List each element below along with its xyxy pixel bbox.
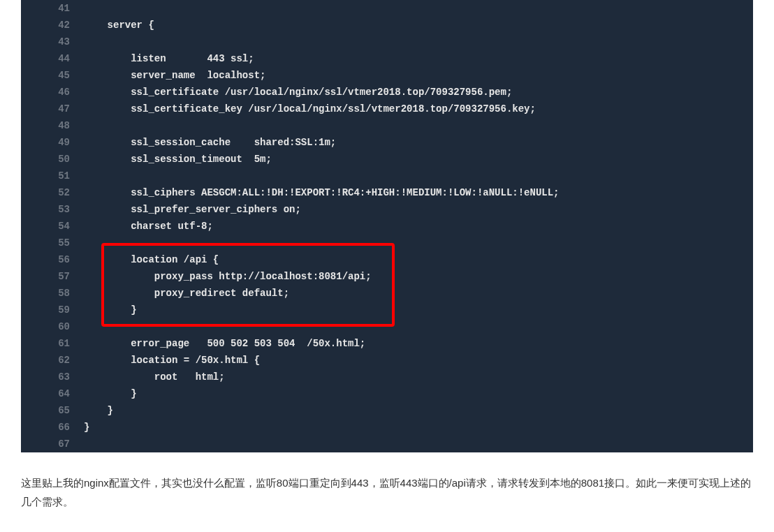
code-row: 41 bbox=[21, 0, 753, 17]
code-line-content: } bbox=[84, 419, 753, 436]
code-row: 59 } bbox=[21, 302, 753, 318]
line-number: 59 bbox=[21, 302, 84, 318]
line-number: 45 bbox=[21, 67, 84, 84]
line-number: 60 bbox=[21, 318, 84, 335]
code-line-content bbox=[84, 168, 753, 184]
line-number: 41 bbox=[21, 0, 84, 17]
code-line-content: } bbox=[84, 302, 753, 318]
code-line-content bbox=[84, 34, 753, 50]
code-line-content: ssl_prefer_server_ciphers on; bbox=[84, 201, 753, 218]
code-line-content: proxy_pass http://localhost:8081/api; bbox=[84, 268, 753, 285]
code-line-content: } bbox=[84, 402, 753, 419]
code-row: 56 location /api { bbox=[21, 251, 753, 268]
code-line-content: ssl_session_timeout 5m; bbox=[84, 151, 753, 168]
line-number: 44 bbox=[21, 50, 84, 67]
code-row: 50 ssl_session_timeout 5m; bbox=[21, 151, 753, 168]
code-line-content: ssl_ciphers AESGCM:ALL:!DH:!EXPORT:!RC4:… bbox=[84, 184, 753, 201]
code-line-content: ssl_session_cache shared:SSL:1m; bbox=[84, 134, 753, 151]
code-row: 43 bbox=[21, 34, 753, 50]
line-number: 52 bbox=[21, 184, 84, 201]
line-number: 62 bbox=[21, 352, 84, 369]
code-row: 49 ssl_session_cache shared:SSL:1m; bbox=[21, 134, 753, 151]
code-line-content: location = /50x.html { bbox=[84, 352, 753, 369]
line-number: 53 bbox=[21, 201, 84, 218]
code-line-content: proxy_redirect default; bbox=[84, 285, 753, 302]
line-number: 46 bbox=[21, 84, 84, 101]
code-line-content: charset utf-8; bbox=[84, 218, 753, 235]
line-number: 54 bbox=[21, 218, 84, 235]
code-row: 54 charset utf-8; bbox=[21, 218, 753, 235]
code-line-content bbox=[84, 117, 753, 134]
code-line-content bbox=[84, 318, 753, 335]
code-row: 47 ssl_certificate_key /usr/local/nginx/… bbox=[21, 101, 753, 117]
code-line-content: } bbox=[84, 385, 753, 402]
code-row: 65 } bbox=[21, 402, 753, 419]
code-line-content: ssl_certificate /usr/local/nginx/ssl/vtm… bbox=[84, 84, 753, 101]
code-row: 52 ssl_ciphers AESGCM:ALL:!DH:!EXPORT:!R… bbox=[21, 184, 753, 201]
description-paragraph: 这里贴上我的nginx配置文件，其实也没什么配置，监听80端口重定向到443，监… bbox=[21, 473, 753, 511]
code-line-content: location /api { bbox=[84, 251, 753, 268]
code-row: 66} bbox=[21, 419, 753, 436]
line-number: 67 bbox=[21, 436, 84, 452]
code-row: 44 listen 443 ssl; bbox=[21, 50, 753, 67]
code-row: 67 bbox=[21, 436, 753, 452]
line-number: 55 bbox=[21, 235, 84, 251]
code-row: 48 bbox=[21, 117, 753, 134]
code-row: 61 error_page 500 502 503 504 /50x.html; bbox=[21, 335, 753, 352]
line-number: 56 bbox=[21, 251, 84, 268]
code-line-content bbox=[84, 235, 753, 251]
code-row: 42 server { bbox=[21, 17, 753, 34]
code-block: 4142 server {4344 listen 443 ssl;45 serv… bbox=[21, 0, 753, 452]
code-line-content bbox=[84, 436, 753, 452]
line-number: 57 bbox=[21, 268, 84, 285]
code-row: 62 location = /50x.html { bbox=[21, 352, 753, 369]
code-line-content bbox=[84, 0, 753, 17]
code-line-content: ssl_certificate_key /usr/local/nginx/ssl… bbox=[84, 101, 753, 117]
code-row: 60 bbox=[21, 318, 753, 335]
line-number: 50 bbox=[21, 151, 84, 168]
code-row: 55 bbox=[21, 235, 753, 251]
code-row: 57 proxy_pass http://localhost:8081/api; bbox=[21, 268, 753, 285]
code-line-content: server_name localhost; bbox=[84, 67, 753, 84]
line-number: 47 bbox=[21, 101, 84, 117]
line-number: 58 bbox=[21, 285, 84, 302]
line-number: 63 bbox=[21, 369, 84, 385]
code-row: 45 server_name localhost; bbox=[21, 67, 753, 84]
line-number: 49 bbox=[21, 134, 84, 151]
line-number: 51 bbox=[21, 168, 84, 184]
code-line-content: listen 443 ssl; bbox=[84, 50, 753, 67]
code-row: 53 ssl_prefer_server_ciphers on; bbox=[21, 201, 753, 218]
code-line-content: server { bbox=[84, 17, 753, 34]
line-number: 65 bbox=[21, 402, 84, 419]
line-number: 64 bbox=[21, 385, 84, 402]
code-line-content: root html; bbox=[84, 369, 753, 385]
line-number: 61 bbox=[21, 335, 84, 352]
code-row: 51 bbox=[21, 168, 753, 184]
code-row: 63 root html; bbox=[21, 369, 753, 385]
line-number: 48 bbox=[21, 117, 84, 134]
line-number: 42 bbox=[21, 17, 84, 34]
line-number: 43 bbox=[21, 34, 84, 50]
code-row: 46 ssl_certificate /usr/local/nginx/ssl/… bbox=[21, 84, 753, 101]
code-row: 64 } bbox=[21, 385, 753, 402]
code-line-content: error_page 500 502 503 504 /50x.html; bbox=[84, 335, 753, 352]
line-number: 66 bbox=[21, 419, 84, 436]
code-row: 58 proxy_redirect default; bbox=[21, 285, 753, 302]
